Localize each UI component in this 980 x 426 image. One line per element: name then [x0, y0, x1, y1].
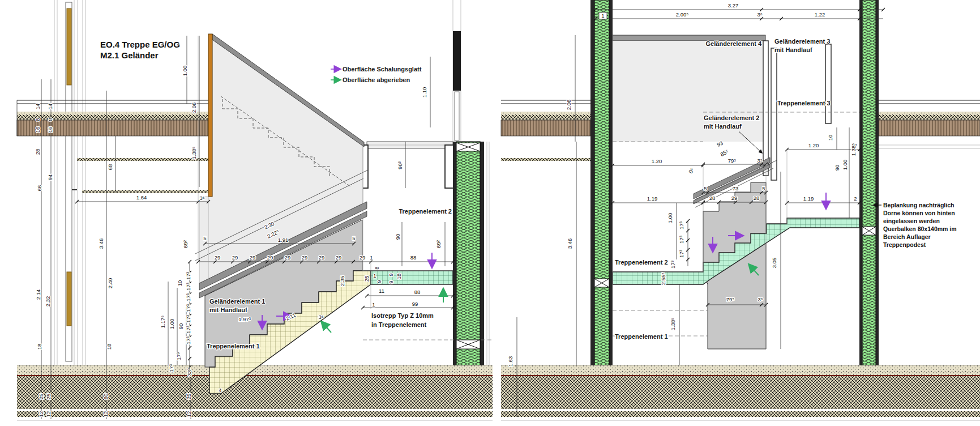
dim-label: 25	[45, 394, 52, 400]
annotation-note: Beplankung nachträglich Dorne können von…	[883, 202, 957, 248]
label-treppenelement2: Treppenelement 2	[615, 259, 668, 266]
dim-label: 1	[373, 272, 376, 279]
label-isotrepp-line2: in Treppenelement	[371, 321, 427, 328]
left-exterior-wall	[54, 0, 85, 365]
insulation-wall-left	[590, 0, 613, 365]
label-isotrepp-line1: Isotrepp Typ Z 10mm	[371, 312, 434, 319]
dim-label: 25	[363, 276, 370, 282]
railing-element-vertical	[763, 41, 768, 176]
dim-label: 16	[47, 127, 53, 133]
dim-label: 1	[370, 254, 373, 261]
railing-post-orange	[208, 34, 212, 197]
dim-label: 1.22	[815, 11, 825, 18]
gelaender-panel-area	[613, 41, 764, 142]
annotation-line: Beplankung nachträglich	[883, 202, 954, 208]
dim-label: 17³	[185, 336, 191, 344]
dim-label: 17³	[185, 326, 191, 334]
dim-label: 1.10	[421, 87, 427, 98]
label-gelaenderelement2: Geländerelement 2	[704, 114, 759, 121]
dim-label: 3⁶	[318, 314, 323, 320]
label-treppenelement1: Treppenelement 1	[615, 333, 668, 340]
dim-label: 8	[47, 118, 53, 121]
left-section-view: EO.4 Treppe EG/OG M2.1 Geländer Oberfläc…	[17, 0, 493, 420]
dim-label: 12	[102, 411, 109, 418]
railing-element-vertical	[771, 48, 777, 180]
dim-label: 1.19	[803, 195, 814, 202]
dim-label: 18	[36, 344, 42, 350]
dim-label: 1.38⁵	[191, 147, 197, 159]
insulation-wall-right	[859, 0, 879, 365]
dim-label: 17³	[185, 315, 191, 323]
dim-label: 2.06	[566, 100, 572, 110]
dim-label: 9	[388, 273, 394, 276]
dim-label: 1	[601, 12, 604, 19]
dim-label: 29	[267, 254, 273, 261]
cad-drawing-page: EO.4 Treppe EG/OG M2.1 Geländer Oberfläc…	[0, 0, 980, 426]
railing-element-vertical	[825, 44, 831, 123]
drawing-title-line1: EO.4 Treppe EG/OG	[100, 40, 180, 49]
dim-label: 79⁵	[726, 296, 735, 303]
annotation-line: eingelassen werden	[883, 218, 940, 224]
dim-label: 12	[186, 411, 192, 418]
dim-label: 29	[285, 254, 291, 261]
dim-label: 1.97³	[238, 316, 251, 322]
label-gelaenderelement3: Geländerelement 3	[774, 38, 830, 45]
dim-label: 29	[731, 195, 738, 201]
dim-label: 10	[177, 280, 183, 287]
dim-label: 0⁵	[687, 167, 695, 174]
dim-label: 90	[834, 165, 840, 171]
dim-label: 17³	[185, 304, 191, 312]
dim-label: 5	[352, 235, 355, 241]
label-gelaenderelement1-handlauf: mit Handlauf	[209, 306, 247, 313]
dim-label: 28	[35, 149, 41, 155]
dim-label: 29	[336, 254, 342, 261]
dim-label: 17³	[185, 272, 191, 280]
upper-floor-slab-outer-left	[501, 100, 590, 161]
dim-label: 85⁵	[720, 148, 730, 157]
dim-label: 1.00	[842, 160, 848, 171]
insulation-wall-right	[453, 142, 489, 365]
dim-label: 5	[762, 185, 765, 191]
dim-label: 94	[47, 174, 53, 181]
dim-label: 1.20	[652, 158, 662, 164]
label-treppenelement3: Treppenelement 3	[777, 100, 831, 107]
annotation-line: Querbalken 80x140mm im	[883, 225, 957, 232]
dim-label: 1.38⁵	[670, 318, 676, 330]
dim-label: 29	[319, 254, 325, 261]
surface-rubbed-arrow	[322, 322, 331, 333]
dim-label: 2.55⁵	[660, 272, 666, 285]
legend-rubbed-label: Oberfläche abgerieben	[343, 76, 410, 83]
dim-label: 28	[709, 195, 716, 201]
dim-label: 2.06	[191, 103, 197, 113]
dim-label: 68	[107, 164, 113, 171]
dim-label: 1.00	[182, 66, 188, 76]
upper-floor-slab-left	[17, 100, 208, 193]
dim-label: 14	[47, 104, 53, 110]
dim-label: 66	[36, 185, 42, 191]
dim-label: 60	[102, 394, 109, 400]
label-treppenelement2: Treppenelement 2	[399, 208, 452, 215]
dim-label: 2.32	[45, 296, 51, 307]
dim-label: 12	[38, 411, 44, 418]
dim-label: 69²	[435, 240, 442, 248]
bottom-floor-slab	[17, 365, 493, 420]
dim-label: 5	[203, 235, 206, 241]
dim-label: 90	[178, 323, 184, 330]
dim-label: 14	[35, 104, 41, 110]
dim-label: 1	[372, 301, 375, 308]
label-gelaenderelement4: Geländerelement 4	[706, 40, 762, 47]
anchor-block	[862, 227, 876, 235]
dim-label: 3⁶	[199, 195, 204, 201]
suspended-ceiling	[77, 158, 208, 161]
dim-label: 8	[374, 266, 380, 269]
dim-label: 29	[232, 254, 238, 261]
annotation-line: Bereich Auflager	[883, 233, 931, 240]
dim-label: 12	[45, 411, 52, 418]
dim-label: 1.63	[507, 356, 513, 367]
label-treppenelement1: Treppenelement 1	[207, 343, 260, 350]
dim-label: 3.46	[567, 238, 573, 249]
wood-post	[67, 272, 71, 326]
dim-label: 33³	[186, 368, 192, 376]
dim-label: 25	[186, 394, 192, 400]
dim-label: 3⁵	[757, 157, 762, 164]
